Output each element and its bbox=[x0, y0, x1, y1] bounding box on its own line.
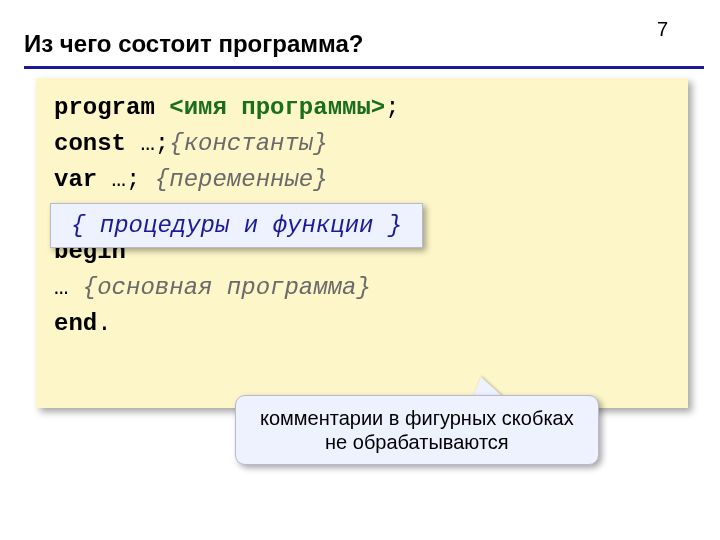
code-text: …; bbox=[126, 130, 169, 157]
slide-title: Из чего состоит программа? bbox=[24, 30, 363, 58]
code-line: const …;{константы} bbox=[54, 126, 670, 162]
callout-line: не обрабатываются bbox=[260, 430, 574, 454]
keyword-end: end bbox=[54, 310, 97, 337]
callout-line: комментарии в фигурных скобках bbox=[260, 406, 574, 430]
period: . bbox=[97, 310, 111, 337]
page-number: 7 bbox=[657, 18, 668, 41]
comment-main: {основная программа} bbox=[83, 274, 371, 301]
code-line: end. bbox=[54, 306, 670, 342]
keyword-const: const bbox=[54, 130, 126, 157]
code-line: … {основная программа} bbox=[54, 270, 670, 306]
code-text: …; bbox=[97, 166, 155, 193]
callout: комментарии в фигурных скобках не обраба… bbox=[235, 395, 599, 465]
code-text: … bbox=[54, 274, 83, 301]
semicolon: ; bbox=[385, 94, 399, 121]
keyword-program: program bbox=[54, 94, 155, 121]
procedures-inset: { процедуры и функции } bbox=[50, 203, 423, 248]
code-line: var …; {переменные} bbox=[54, 162, 670, 198]
program-name-placeholder: <имя программы> bbox=[169, 94, 385, 121]
keyword-var: var bbox=[54, 166, 97, 193]
title-underline bbox=[24, 66, 704, 69]
comment-variables: {переменные} bbox=[155, 166, 328, 193]
callout-box: комментарии в фигурных скобках не обраба… bbox=[235, 395, 599, 465]
comment-constants: {константы} bbox=[169, 130, 327, 157]
slide: 7 Из чего состоит программа? program <им… bbox=[0, 0, 720, 540]
callout-tail-icon bbox=[473, 377, 503, 397]
code-line: program <имя программы>; bbox=[54, 90, 670, 126]
